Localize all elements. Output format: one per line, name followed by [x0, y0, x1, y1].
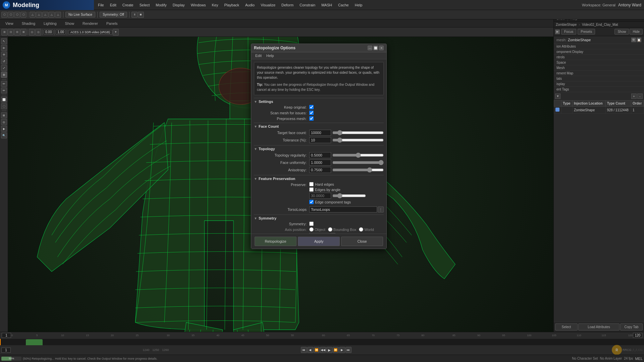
angle-input[interactable]: 30.0000	[309, 193, 331, 199]
menu-visualize[interactable]: Visualize	[259, 2, 277, 8]
go-end-btn[interactable]: ⏭	[345, 347, 352, 353]
menu-create[interactable]: Create	[121, 2, 135, 8]
target-face-input[interactable]: 10000	[309, 130, 331, 136]
presets-btn[interactable]: Presets	[578, 29, 595, 35]
dialog-menu-help[interactable]: Help	[264, 53, 276, 58]
filter-icon[interactable]: ▼	[555, 94, 560, 99]
table-row[interactable]: ZombieShape 928 / 1112448 1	[554, 107, 644, 114]
dialog-minimize-btn[interactable]: —	[368, 46, 372, 50]
target-face-slider[interactable]	[332, 131, 384, 135]
menu-file[interactable]: File	[97, 2, 105, 8]
uniformity-input[interactable]: 1.0000	[309, 160, 331, 166]
axis-bbox-radio[interactable]	[328, 227, 332, 232]
torsoloops-btn[interactable]: ⋮	[378, 206, 384, 213]
axis-world-radio[interactable]	[359, 227, 363, 232]
hide-btn[interactable]: Hide	[630, 29, 643, 35]
section-ent-tags[interactable]: ent Tags	[554, 87, 644, 92]
cmd-no-char-set[interactable]: No Character Set	[572, 357, 598, 360]
prev-frame-btn[interactable]: ◀	[307, 347, 313, 353]
axis-object-radio[interactable]	[309, 227, 314, 232]
menu-modify[interactable]: Modify	[154, 2, 168, 8]
cmd-lang[interactable]: MEL	[635, 357, 643, 361]
module-tab-panels[interactable]: Panels	[102, 20, 122, 26]
playhead[interactable]	[0, 339, 1, 346]
menu-audio[interactable]: Audio	[244, 2, 256, 8]
menu-help[interactable]: Help	[354, 2, 364, 8]
move-tool[interactable]: ✛	[1, 52, 7, 58]
menu-display[interactable]: Display	[171, 2, 186, 8]
edges-by-angle-checkbox[interactable]	[309, 187, 314, 192]
module-tab-lighting[interactable]: Lighting	[40, 20, 61, 26]
end-frame-input[interactable]: 120	[633, 333, 642, 338]
menu-cache[interactable]: Cache	[337, 2, 350, 8]
render-tool[interactable]: ▶	[1, 126, 7, 132]
menu-constrain[interactable]: Constrain	[298, 2, 317, 8]
menu-mash[interactable]: MASH	[320, 2, 333, 8]
select-tool[interactable]: ↖	[1, 38, 7, 44]
symmetry-btn[interactable]: Symmetry: Off	[100, 12, 127, 17]
next-key-btn[interactable]: ⏩	[333, 347, 339, 353]
menu-edit[interactable]: Edit	[109, 2, 118, 8]
remove-tag-btn[interactable]: -	[637, 94, 643, 99]
go-start-btn[interactable]: ⏮	[301, 347, 307, 353]
lasso2-tool[interactable]: 〇	[1, 103, 7, 109]
camera-tool[interactable]: ◎	[1, 119, 7, 125]
section-ion-attrs[interactable]: ion Attributes	[554, 44, 644, 49]
module-tab-shading[interactable]: Shading	[18, 20, 39, 26]
angle-slider[interactable]	[332, 194, 366, 198]
module-tab-view[interactable]: View	[1, 20, 17, 26]
menu-deform[interactable]: Deform	[280, 2, 295, 8]
rotate-tool[interactable]: ↺	[1, 58, 7, 64]
box-tool[interactable]: ⬜	[1, 97, 7, 103]
menu-select[interactable]: Select	[138, 2, 151, 8]
section-ntrols[interactable]: ntrols	[554, 55, 644, 60]
grid-tool[interactable]: ⊞	[1, 112, 7, 118]
hard-edges-checkbox[interactable]	[309, 182, 314, 186]
show-btn[interactable]: Show	[614, 29, 629, 35]
axis-dropdown-btn[interactable]: ▼	[330, 233, 335, 234]
search-tool[interactable]: 🔍	[1, 132, 7, 138]
scale-tool[interactable]: ⤢	[1, 65, 7, 71]
current-frame-input[interactable]: 1	[2, 333, 11, 338]
tolerance-slider[interactable]	[332, 138, 384, 142]
tolerance-input[interactable]: 10	[309, 137, 331, 143]
universal-tool[interactable]: ⊕	[1, 72, 7, 78]
start-frame-display[interactable]	[1, 348, 11, 353]
section-isplay[interactable]: isplay	[554, 81, 644, 87]
close-btn[interactable]: Close	[341, 237, 383, 246]
keep-original-checkbox[interactable]	[309, 105, 314, 109]
retopologize-btn[interactable]: Retopologize	[255, 237, 297, 246]
timeline-bar[interactable]	[0, 339, 644, 346]
anisotropy-slider[interactable]	[332, 168, 384, 172]
axis-input[interactable]: -t p -	[309, 233, 329, 234]
dialog-menu-edit[interactable]: Edit	[253, 53, 264, 58]
section-nment-map[interactable]: nment Map	[554, 71, 644, 76]
dialog-maximize-btn[interactable]: ⬜	[373, 46, 378, 50]
torsoloops-input[interactable]: TorsoLoops	[309, 206, 377, 213]
section-tats[interactable]: tats	[554, 76, 644, 81]
copy-tab-btn[interactable]: Copy Tab	[620, 323, 643, 330]
play-back-btn[interactable]: ◀◀	[320, 347, 326, 353]
regularity-slider[interactable]	[332, 153, 384, 157]
menu-playback[interactable]: Playback	[223, 2, 240, 8]
select-btn[interactable]: Select	[555, 323, 578, 330]
paste-icon[interactable]: 📋	[637, 38, 641, 42]
module-tab-show[interactable]: Show	[61, 20, 78, 26]
focus-btn[interactable]: Focus	[561, 29, 576, 35]
menu-key[interactable]: Key	[210, 2, 219, 8]
section-component-display[interactable]: omponent Display	[554, 49, 644, 55]
symmetry-checkbox[interactable]	[309, 222, 314, 226]
next-frame-btn[interactable]: ▶	[339, 347, 345, 353]
prev-key-btn[interactable]: ⏪	[314, 347, 320, 353]
module-tab-renderer[interactable]: Renderer	[78, 20, 102, 26]
add-tag-btn[interactable]: +	[631, 94, 637, 99]
apply-btn[interactable]: Apply	[298, 237, 340, 246]
paint-tool[interactable]: ✏	[1, 81, 7, 87]
paint2-tool[interactable]: ✏	[1, 87, 7, 94]
load-attributes-btn[interactable]: Load Attributes	[578, 323, 620, 330]
copy-icon[interactable]: ⧉	[631, 38, 636, 42]
dialog-close-btn[interactable]: ✕	[379, 46, 384, 50]
menu-windows[interactable]: Windows	[190, 2, 207, 8]
section-space[interactable]: Space	[554, 60, 644, 65]
preprocess-checkbox[interactable]	[309, 116, 314, 121]
